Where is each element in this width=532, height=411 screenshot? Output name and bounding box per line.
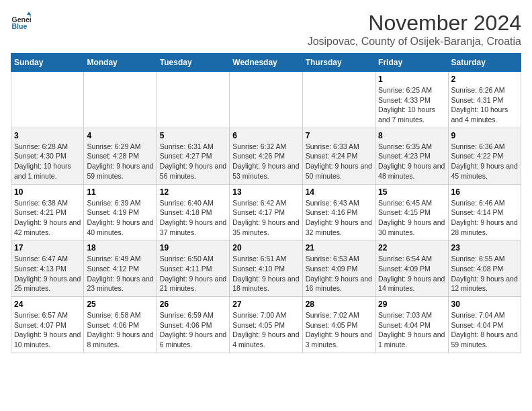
day-number: 20: [232, 243, 299, 253]
day-number: 10: [14, 187, 81, 197]
day-number: 27: [232, 300, 299, 309]
day-info: Sunrise: 6:53 AM Sunset: 4:09 PM Dayligh…: [306, 254, 372, 293]
day-number: 16: [451, 187, 518, 197]
calendar-header-row: SundayMondayTuesdayWednesdayThursdayFrid…: [11, 54, 521, 72]
day-info: Sunrise: 6:50 AM Sunset: 4:11 PM Dayligh…: [160, 254, 226, 293]
day-info: Sunrise: 6:54 AM Sunset: 4:09 PM Dayligh…: [378, 254, 445, 293]
day-number: 21: [306, 243, 372, 253]
calendar-day-cell: [11, 72, 84, 128]
calendar-day-cell: [84, 72, 157, 128]
day-info: Sunrise: 6:40 AM Sunset: 4:18 PM Dayligh…: [160, 198, 226, 238]
calendar-day-cell: 10Sunrise: 6:38 AM Sunset: 4:21 PM Dayli…: [11, 184, 84, 240]
calendar-day-cell: 19Sunrise: 6:50 AM Sunset: 4:11 PM Dayli…: [157, 240, 229, 297]
calendar-week-row: 1Sunrise: 6:25 AM Sunset: 4:33 PM Daylig…: [11, 72, 521, 128]
day-info: Sunrise: 6:49 AM Sunset: 4:12 PM Dayligh…: [87, 254, 153, 293]
weekday-header: Thursday: [302, 54, 375, 72]
month-title: November 2024: [308, 11, 521, 36]
calendar-day-cell: [302, 72, 375, 128]
weekday-header: Tuesday: [157, 54, 229, 72]
svg-text:Blue: Blue: [12, 22, 28, 30]
calendar-day-cell: 20Sunrise: 6:51 AM Sunset: 4:10 PM Dayli…: [230, 240, 302, 297]
calendar-day-cell: 4Sunrise: 6:29 AM Sunset: 4:28 PM Daylig…: [84, 128, 157, 184]
calendar-day-cell: 30Sunrise: 7:04 AM Sunset: 4:04 PM Dayli…: [448, 297, 521, 353]
calendar-day-cell: 25Sunrise: 6:58 AM Sunset: 4:06 PM Dayli…: [84, 297, 157, 353]
weekday-header: Saturday: [448, 54, 521, 72]
calendar-day-cell: [157, 72, 229, 128]
day-info: Sunrise: 6:55 AM Sunset: 4:08 PM Dayligh…: [451, 254, 518, 293]
day-info: Sunrise: 6:26 AM Sunset: 4:31 PM Dayligh…: [451, 85, 518, 125]
day-number: 26: [160, 300, 226, 309]
weekday-header: Monday: [84, 54, 157, 72]
page-header: General Blue November 2024 Josipovac, Co…: [11, 11, 521, 48]
day-number: 14: [306, 187, 372, 197]
calendar-week-row: 3Sunrise: 6:28 AM Sunset: 4:30 PM Daylig…: [11, 128, 521, 184]
day-number: 22: [378, 243, 445, 253]
day-info: Sunrise: 6:45 AM Sunset: 4:15 PM Dayligh…: [378, 198, 445, 238]
day-number: 25: [87, 300, 153, 309]
day-info: Sunrise: 6:47 AM Sunset: 4:13 PM Dayligh…: [14, 254, 81, 293]
calendar-day-cell: 26Sunrise: 6:59 AM Sunset: 4:06 PM Dayli…: [157, 297, 229, 353]
day-number: 2: [451, 75, 518, 84]
day-info: Sunrise: 6:35 AM Sunset: 4:23 PM Dayligh…: [378, 142, 445, 181]
day-number: 28: [306, 300, 372, 309]
calendar-day-cell: 5Sunrise: 6:31 AM Sunset: 4:27 PM Daylig…: [157, 128, 229, 184]
day-info: Sunrise: 7:04 AM Sunset: 4:04 PM Dayligh…: [451, 310, 518, 350]
weekday-header: Friday: [375, 54, 448, 72]
day-number: 18: [87, 243, 153, 253]
day-info: Sunrise: 6:51 AM Sunset: 4:10 PM Dayligh…: [232, 254, 299, 293]
day-info: Sunrise: 6:31 AM Sunset: 4:27 PM Dayligh…: [160, 142, 226, 181]
day-info: Sunrise: 6:42 AM Sunset: 4:17 PM Dayligh…: [232, 198, 299, 238]
day-number: 12: [160, 187, 226, 197]
day-number: 23: [451, 243, 518, 253]
day-info: Sunrise: 6:29 AM Sunset: 4:28 PM Dayligh…: [87, 142, 153, 181]
day-info: Sunrise: 6:57 AM Sunset: 4:07 PM Dayligh…: [14, 310, 81, 350]
day-number: 8: [378, 131, 445, 140]
day-info: Sunrise: 7:02 AM Sunset: 4:05 PM Dayligh…: [306, 310, 372, 350]
day-info: Sunrise: 7:00 AM Sunset: 4:05 PM Dayligh…: [232, 310, 299, 350]
calendar-day-cell: 21Sunrise: 6:53 AM Sunset: 4:09 PM Dayli…: [302, 240, 375, 297]
calendar-day-cell: 29Sunrise: 7:03 AM Sunset: 4:04 PM Dayli…: [375, 297, 448, 353]
calendar-day-cell: 14Sunrise: 6:43 AM Sunset: 4:16 PM Dayli…: [302, 184, 375, 240]
day-number: 11: [87, 187, 153, 197]
svg-marker-2: [27, 12, 31, 15]
day-info: Sunrise: 6:32 AM Sunset: 4:26 PM Dayligh…: [232, 142, 299, 181]
calendar-day-cell: 9Sunrise: 6:36 AM Sunset: 4:22 PM Daylig…: [448, 128, 521, 184]
calendar-day-cell: 3Sunrise: 6:28 AM Sunset: 4:30 PM Daylig…: [11, 128, 84, 184]
day-number: 30: [451, 300, 518, 309]
day-number: 7: [306, 131, 372, 140]
calendar-day-cell: 23Sunrise: 6:55 AM Sunset: 4:08 PM Dayli…: [448, 240, 521, 297]
day-info: Sunrise: 6:59 AM Sunset: 4:06 PM Dayligh…: [160, 310, 226, 350]
day-info: Sunrise: 6:33 AM Sunset: 4:24 PM Dayligh…: [306, 142, 372, 181]
day-info: Sunrise: 6:25 AM Sunset: 4:33 PM Dayligh…: [378, 85, 445, 125]
calendar-day-cell: 12Sunrise: 6:40 AM Sunset: 4:18 PM Dayli…: [157, 184, 229, 240]
calendar-day-cell: 16Sunrise: 6:46 AM Sunset: 4:14 PM Dayli…: [448, 184, 521, 240]
calendar-day-cell: 1Sunrise: 6:25 AM Sunset: 4:33 PM Daylig…: [375, 72, 448, 128]
calendar-day-cell: 24Sunrise: 6:57 AM Sunset: 4:07 PM Dayli…: [11, 297, 84, 353]
day-number: 5: [160, 131, 226, 140]
day-number: 3: [14, 131, 81, 140]
day-info: Sunrise: 6:58 AM Sunset: 4:06 PM Dayligh…: [87, 310, 153, 350]
day-info: Sunrise: 6:36 AM Sunset: 4:22 PM Dayligh…: [451, 142, 518, 181]
calendar-day-cell: 28Sunrise: 7:02 AM Sunset: 4:05 PM Dayli…: [302, 297, 375, 353]
calendar-week-row: 17Sunrise: 6:47 AM Sunset: 4:13 PM Dayli…: [11, 240, 521, 297]
calendar-day-cell: 11Sunrise: 6:39 AM Sunset: 4:19 PM Dayli…: [84, 184, 157, 240]
logo: General Blue: [11, 11, 31, 31]
day-number: 9: [451, 131, 518, 140]
day-number: 24: [14, 300, 81, 309]
calendar-week-row: 24Sunrise: 6:57 AM Sunset: 4:07 PM Dayli…: [11, 297, 521, 353]
day-info: Sunrise: 6:39 AM Sunset: 4:19 PM Dayligh…: [87, 198, 153, 238]
day-info: Sunrise: 6:43 AM Sunset: 4:16 PM Dayligh…: [306, 198, 372, 238]
day-number: 13: [232, 187, 299, 197]
calendar-day-cell: 15Sunrise: 6:45 AM Sunset: 4:15 PM Dayli…: [375, 184, 448, 240]
calendar-day-cell: 7Sunrise: 6:33 AM Sunset: 4:24 PM Daylig…: [302, 128, 375, 184]
logo-icon: General Blue: [11, 11, 31, 31]
day-number: 29: [378, 300, 445, 309]
day-number: 1: [378, 75, 445, 84]
title-block: November 2024 Josipovac, County of Osije…: [308, 11, 521, 48]
calendar-day-cell: 22Sunrise: 6:54 AM Sunset: 4:09 PM Dayli…: [375, 240, 448, 297]
calendar-day-cell: 13Sunrise: 6:42 AM Sunset: 4:17 PM Dayli…: [230, 184, 302, 240]
location-subtitle: Josipovac, County of Osijek-Baranja, Cro…: [308, 36, 521, 48]
day-info: Sunrise: 6:28 AM Sunset: 4:30 PM Dayligh…: [14, 142, 81, 181]
day-info: Sunrise: 7:03 AM Sunset: 4:04 PM Dayligh…: [378, 310, 445, 350]
weekday-header: Wednesday: [230, 54, 302, 72]
